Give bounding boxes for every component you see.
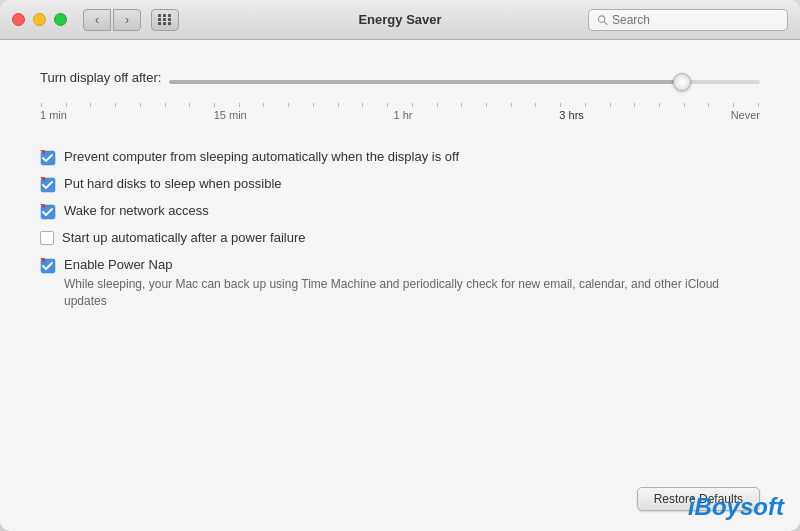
- checkbox-power-nap-section: Enable Power Nap While sleeping, your Ma…: [40, 257, 760, 310]
- checkbox-power-nap: Enable Power Nap: [40, 257, 760, 274]
- slider-label: Turn display off after:: [40, 70, 161, 85]
- checkbox-power-nap-icon[interactable]: [40, 258, 56, 274]
- slider-label-1min: 1 min: [40, 109, 67, 121]
- checkbox-startup-power: Start up automatically after a power fai…: [40, 230, 760, 247]
- system-preferences-window: ‹ › Energy Saver Turn display off after:: [0, 0, 800, 531]
- search-icon: [597, 14, 608, 26]
- watermark-text: iBoysoft: [688, 493, 784, 520]
- checkbox-prevent-sleep-icon[interactable]: [40, 150, 56, 166]
- grid-icon: [158, 14, 172, 25]
- search-bar[interactable]: [588, 9, 788, 31]
- watermark: iBoysoft: [688, 493, 784, 521]
- slider-label-3hrs: 3 hrs: [559, 109, 583, 121]
- slider-labels: 1 min 15 min 1 hr 3 hrs Never: [40, 109, 760, 121]
- checkbox-wake-network: Wake for network access: [40, 203, 760, 220]
- svg-point-0: [598, 15, 604, 21]
- window-title: Energy Saver: [358, 12, 441, 27]
- nav-buttons: ‹ ›: [83, 9, 141, 31]
- checkbox-power-nap-label: Enable Power Nap: [64, 257, 172, 274]
- checkbox-prevent-sleep-label: Prevent computer from sleeping automatic…: [64, 149, 459, 166]
- slider-label-15min: 15 min: [214, 109, 247, 121]
- checkbox-hard-disk-icon[interactable]: [40, 177, 56, 193]
- traffic-lights: [12, 13, 67, 26]
- slider-label-never: Never: [731, 109, 760, 121]
- slider-label-1hr: 1 hr: [394, 109, 413, 121]
- checkbox-startup-power-label: Start up automatically after a power fai…: [62, 230, 306, 247]
- slider-ticks: [40, 103, 760, 107]
- minimize-button[interactable]: [33, 13, 46, 26]
- checkbox-wake-network-icon[interactable]: [40, 204, 56, 220]
- checkbox-startup-power-box[interactable]: [40, 231, 54, 245]
- checkboxes-section: Prevent computer from sleeping automatic…: [40, 149, 760, 309]
- maximize-button[interactable]: [54, 13, 67, 26]
- checkbox-hard-disk: Put hard disks to sleep when possible: [40, 176, 760, 193]
- display-sleep-slider-section: Turn display off after: 1 min 15 min 1 h…: [40, 70, 760, 121]
- footer: Restore Defaults: [40, 467, 760, 511]
- svg-line-1: [604, 21, 607, 24]
- checkbox-power-nap-sublabel: While sleeping, your Mac can back up usi…: [64, 276, 760, 310]
- back-button[interactable]: ‹: [83, 9, 111, 31]
- search-input[interactable]: [612, 13, 779, 27]
- close-button[interactable]: [12, 13, 25, 26]
- title-bar: ‹ › Energy Saver: [0, 0, 800, 40]
- checkbox-prevent-sleep: Prevent computer from sleeping automatic…: [40, 149, 760, 166]
- checkbox-hard-disk-label: Put hard disks to sleep when possible: [64, 176, 282, 193]
- display-sleep-slider[interactable]: [169, 80, 760, 84]
- content-area: Turn display off after: 1 min 15 min 1 h…: [0, 40, 800, 531]
- checkbox-wake-network-label: Wake for network access: [64, 203, 209, 220]
- forward-button[interactable]: ›: [113, 9, 141, 31]
- grid-button[interactable]: [151, 9, 179, 31]
